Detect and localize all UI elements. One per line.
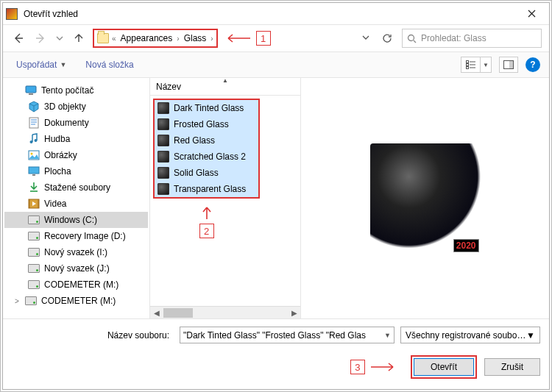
nav-tree-item[interactable]: Nový svazek (J:) <box>4 260 148 277</box>
help-button[interactable]: ? <box>526 57 540 72</box>
filename-row: Název souboru: "Dark Tinted Glass" "Fros… <box>3 318 549 351</box>
svg-rect-14 <box>32 174 35 176</box>
chevron-down-icon[interactable]: ▼ <box>381 332 391 339</box>
callout-2: 2 <box>199 224 214 238</box>
file-item[interactable]: Solid Glass <box>155 165 258 181</box>
pics-icon <box>28 149 40 161</box>
appearance-file-icon <box>158 167 169 179</box>
file-item-label: Frosted Glass <box>174 119 229 129</box>
nav-tree-item[interactable]: CODEMETER (M:) <box>4 277 148 293</box>
nav-tree-item[interactable]: Tento počítač <box>4 82 148 99</box>
breadcrumb[interactable]: « Appearances › Glass › <box>93 29 218 48</box>
view-mode-dropdown[interactable]: ▼ <box>480 57 492 73</box>
file-selection-callout-box: Dark Tinted GlassFrosted GlassRed GlassS… <box>153 99 260 199</box>
music-icon <box>28 133 40 145</box>
horizontal-scrollbar[interactable]: ◀ ▶ <box>150 306 300 318</box>
svg-rect-1 <box>466 61 468 63</box>
titlebar: Otevřít vzhled <box>3 3 549 25</box>
file-item-label: Transparent Glass <box>174 184 246 194</box>
preview-badge: 2020 <box>453 239 479 252</box>
nav-tree-item[interactable]: 3D objekty <box>4 99 148 115</box>
appearance-file-icon <box>158 151 169 163</box>
callout-1: 1 <box>256 31 271 46</box>
videos-icon <box>28 198 40 210</box>
drive-icon <box>28 279 40 291</box>
nav-tree-item[interactable]: Plocha <box>4 163 148 179</box>
search-input[interactable]: Prohledat: Glass <box>402 29 542 48</box>
new-folder-button[interactable]: Nová složka <box>81 57 138 73</box>
open-dialog: Otevřít vzhled « Appearances › Glass › <box>2 2 550 390</box>
file-item[interactable]: Scratched Glass 2 <box>155 149 258 165</box>
address-dropdown-button[interactable] <box>359 33 372 43</box>
button-row: 3 Otevřít Zrušit <box>3 351 549 389</box>
nav-tree-item[interactable]: Dokumenty <box>4 115 148 131</box>
appearance-file-icon <box>158 135 169 146</box>
close-button[interactable] <box>517 4 546 24</box>
scroll-left-button[interactable]: ◀ <box>150 307 163 319</box>
chevron-down-icon[interactable]: ▼ <box>526 330 535 341</box>
svg-rect-13 <box>29 167 39 174</box>
nav-tree-label: Recovery Image (D:) <box>44 231 126 241</box>
nav-up-button[interactable] <box>71 30 87 46</box>
drive-icon <box>28 263 40 274</box>
recent-locations-button[interactable] <box>54 30 65 46</box>
3d-icon <box>28 101 40 113</box>
column-header-name[interactable]: ▲ Název <box>150 78 300 96</box>
breadcrumb-item-0[interactable]: Appearances <box>119 33 174 43</box>
refresh-button[interactable] <box>378 29 396 47</box>
file-item-label: Dark Tinted Glass <box>174 103 244 113</box>
drive-icon <box>28 246 40 258</box>
svg-point-0 <box>408 35 414 40</box>
nav-row: « Appearances › Glass › 1 Prohledat: Gla… <box>3 25 549 51</box>
file-item[interactable]: Transparent Glass <box>155 181 258 197</box>
organize-menu[interactable]: Uspořádat ▼ <box>12 57 71 73</box>
nav-tree-label: Windows (C:) <box>44 215 97 225</box>
nav-forward-button[interactable] <box>32 30 49 46</box>
scroll-thumb[interactable] <box>163 308 193 318</box>
window-title: Otevřít vzhled <box>24 9 517 19</box>
file-item[interactable]: Dark Tinted Glass <box>155 100 258 116</box>
file-item-label: Red Glass <box>174 135 215 146</box>
file-item[interactable]: Frosted Glass <box>155 116 258 132</box>
view-mode-button[interactable] <box>461 57 480 73</box>
docs-icon <box>28 117 40 129</box>
nav-tree-label: Dokumenty <box>44 118 89 128</box>
nav-tree[interactable]: Tento počítač3D objektyDokumentyHudbaObr… <box>3 78 150 318</box>
drive-icon <box>25 295 37 307</box>
file-item[interactable]: Red Glass <box>155 132 258 149</box>
nav-tree-item[interactable]: >CODEMETER (M:) <box>4 293 148 309</box>
chevron-right-icon: › <box>177 35 179 43</box>
nav-tree-item[interactable]: Nový svazek (I:) <box>4 244 148 260</box>
nav-tree-item[interactable]: Recovery Image (D:) <box>4 228 148 244</box>
nav-tree-item[interactable]: Windows (C:) <box>4 212 148 228</box>
nav-tree-item[interactable]: Stažené soubory <box>4 179 148 196</box>
filename-input[interactable]: "Dark Tinted Glass" "Frosted Glass" "Red… <box>180 327 394 343</box>
chevron-right-icon: › <box>210 35 213 43</box>
pc-icon <box>25 85 37 96</box>
open-button-callout-box: Otevřít <box>411 355 477 379</box>
nav-tree-label: Nový svazek (I:) <box>44 247 107 257</box>
breadcrumb-prefix: « <box>112 35 116 43</box>
drive-icon <box>28 214 40 226</box>
nav-tree-item[interactable]: Videa <box>4 196 148 212</box>
desktop-icon <box>28 165 40 177</box>
svg-point-12 <box>31 153 33 155</box>
breadcrumb-item-1[interactable]: Glass <box>183 33 208 43</box>
app-icon <box>6 8 18 20</box>
nav-tree-item[interactable]: Obrázky <box>4 147 148 163</box>
file-list-pane: ▲ Název Dark Tinted GlassFrosted GlassRe… <box>150 78 301 318</box>
nav-back-button[interactable] <box>10 30 26 46</box>
cancel-button[interactable]: Zrušit <box>484 358 540 376</box>
chevron-down-icon: ▼ <box>483 62 489 68</box>
svg-rect-6 <box>26 86 36 93</box>
downloads-icon <box>28 182 40 193</box>
file-type-filter[interactable]: Všechny registrované soubory v ▼ <box>400 327 540 343</box>
svg-rect-5 <box>509 61 514 69</box>
scroll-right-button[interactable]: ▶ <box>288 307 300 319</box>
chevron-down-icon: ▼ <box>60 61 66 68</box>
preview-toggle-button[interactable] <box>499 57 518 73</box>
drive-icon <box>28 230 40 242</box>
nav-tree-item[interactable]: Hudba <box>4 131 148 147</box>
open-button[interactable]: Otevřít <box>414 358 474 376</box>
callout-arrow-3 <box>371 362 397 372</box>
